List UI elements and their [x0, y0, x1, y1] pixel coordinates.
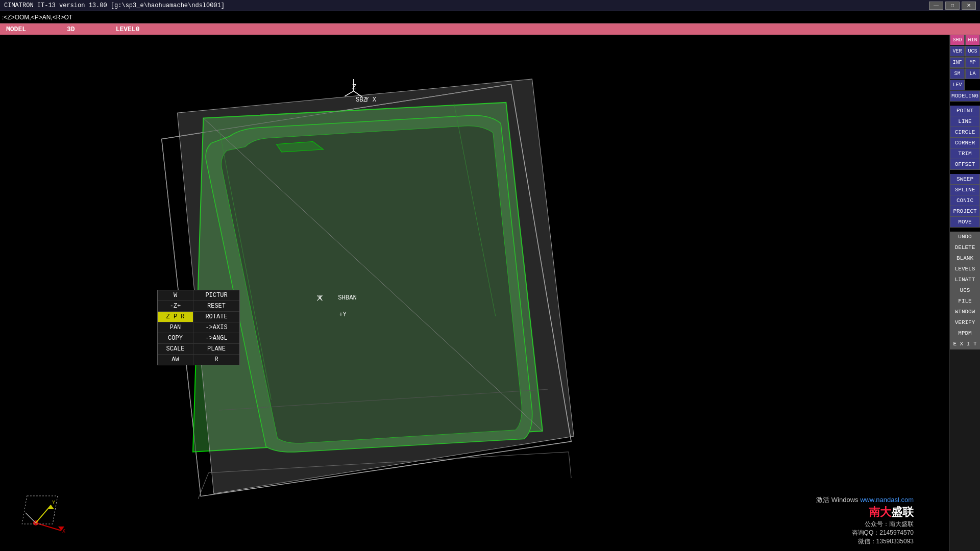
levels-button[interactable]: LEVELS: [950, 264, 980, 274]
ctx-r[interactable]: R: [193, 355, 239, 365]
right-panel: SHD WIN VER UCS INF MP SM LA LEV MODELIN…: [949, 35, 980, 551]
spacer2: [950, 170, 980, 174]
context-menu-row: AW R: [158, 355, 239, 365]
command-input[interactable]: [2, 14, 978, 21]
context-menu-row: -Z+ RESET: [158, 301, 239, 312]
exit-button[interactable]: E X I T: [950, 339, 980, 349]
status-bar: MODEL 3D LEVEL0: [0, 23, 980, 35]
sweep-button[interactable]: SWEEP: [950, 174, 980, 185]
ctx-pan[interactable]: PAN: [158, 322, 193, 333]
context-menu-row: Z P R ROTATE: [158, 312, 239, 322]
svg-marker-3: [177, 79, 574, 494]
ctx-scale[interactable]: SCALE: [158, 344, 193, 354]
delete-button[interactable]: DELETE: [950, 242, 980, 253]
context-menu-row: PAN ->AXIS: [158, 322, 239, 333]
undo-button[interactable]: UNDO: [950, 232, 980, 242]
context-menu-row: W PICTUR: [158, 290, 239, 301]
mp-button[interactable]: MP: [965, 57, 980, 68]
ucs-top-button[interactable]: UCS: [965, 46, 980, 57]
svg-text:X: X: [62, 529, 65, 534]
svg-text:Z: Z: [352, 83, 357, 91]
window-title: CIMATRON IT-13 version 13.00 [g:\sp3_e\h…: [4, 2, 225, 9]
svg-text:SBZ: SBZ: [356, 96, 367, 104]
top-btn-grid: SHD WIN VER UCS INF MP SM LA LEV: [950, 35, 980, 91]
ctx-angl[interactable]: ->ANGL: [193, 333, 239, 343]
point-button[interactable]: POINT: [950, 106, 980, 116]
mpdm-button[interactable]: MPDM: [950, 328, 980, 339]
window-controls: — □ ✕: [929, 2, 976, 10]
ctx-pictur[interactable]: PICTUR: [193, 290, 239, 300]
conic-button[interactable]: CONIC: [950, 195, 980, 206]
move-button[interactable]: MOVE: [950, 217, 980, 228]
circle-button[interactable]: CIRCLE: [950, 127, 980, 138]
line-button[interactable]: LINE: [950, 116, 980, 127]
maximize-button[interactable]: □: [945, 2, 960, 10]
ctx-aw[interactable]: AW: [158, 355, 193, 365]
ctx-reset[interactable]: RESET: [193, 301, 239, 311]
spacer3: [950, 228, 980, 232]
spacer1: [950, 102, 980, 106]
ucs-button[interactable]: UCS: [950, 285, 980, 296]
main-layout: Z Y X SBZ X SHBAN +Y: [0, 35, 980, 551]
linatt-button[interactable]: LINATT: [950, 274, 980, 285]
status-dim: 3D: [67, 26, 75, 33]
close-button[interactable]: ✕: [962, 2, 976, 10]
context-menu: W PICTUR -Z+ RESET Z P R ROTATE PAN ->AX…: [157, 290, 240, 365]
viewport[interactable]: Z Y X SBZ X SHBAN +Y: [0, 35, 949, 551]
win-button[interactable]: WIN: [965, 35, 980, 45]
modeling-button[interactable]: MODELING: [950, 91, 980, 102]
ver-button[interactable]: VER: [950, 46, 965, 57]
svg-line-30: [26, 513, 36, 523]
svg-text:X: X: [373, 96, 377, 104]
spline-button[interactable]: SPLINE: [950, 185, 980, 195]
sm-button[interactable]: SM: [950, 68, 965, 79]
svg-text:X: X: [318, 294, 322, 302]
ctx-w[interactable]: W: [158, 290, 193, 300]
status-level: LEVEL0: [116, 26, 140, 33]
ctx-zpr[interactable]: Z P R: [158, 312, 193, 322]
ctx-copy[interactable]: COPY: [158, 333, 193, 343]
lev-button[interactable]: LEV: [950, 80, 965, 90]
ctx-plane[interactable]: PLANE: [193, 344, 239, 354]
context-menu-row: SCALE PLANE: [158, 344, 239, 355]
shd-button[interactable]: SHD: [950, 35, 965, 45]
svg-line-28: [36, 505, 51, 523]
svg-text:SHBAN: SHBAN: [338, 294, 357, 302]
project-button[interactable]: PROJECT: [950, 206, 980, 217]
inf-button[interactable]: INF: [950, 57, 965, 68]
svg-text:+Y: +Y: [339, 311, 347, 318]
scene-svg: Z Y X SBZ X SHBAN +Y: [0, 35, 949, 551]
window-button[interactable]: WINDOW: [950, 307, 980, 317]
la-button[interactable]: LA: [965, 68, 980, 79]
offset-button[interactable]: OFFSET: [950, 159, 980, 170]
status-model: MODEL: [6, 26, 26, 33]
minimize-button[interactable]: —: [929, 2, 943, 10]
svg-text:Y: Y: [52, 500, 55, 506]
ctx-axis[interactable]: ->AXIS: [193, 322, 239, 333]
verify-button[interactable]: VERIFY: [950, 317, 980, 328]
trim-button[interactable]: TRIM: [950, 148, 980, 159]
command-bar: [0, 11, 980, 23]
file-button[interactable]: FILE: [950, 296, 980, 307]
ctx-zoom[interactable]: -Z+: [158, 301, 193, 311]
corner-button[interactable]: CORNER: [950, 138, 980, 148]
blank-button[interactable]: BLANK: [950, 253, 980, 264]
coord-cube-svg: X Y: [20, 490, 71, 541]
ctx-rotate[interactable]: ROTATE: [193, 312, 239, 322]
context-menu-row: COPY ->ANGL: [158, 333, 239, 344]
title-bar: CIMATRON IT-13 version 13.00 [g:\sp3_e\h…: [0, 0, 980, 11]
coord-cube: X Y: [20, 490, 71, 541]
